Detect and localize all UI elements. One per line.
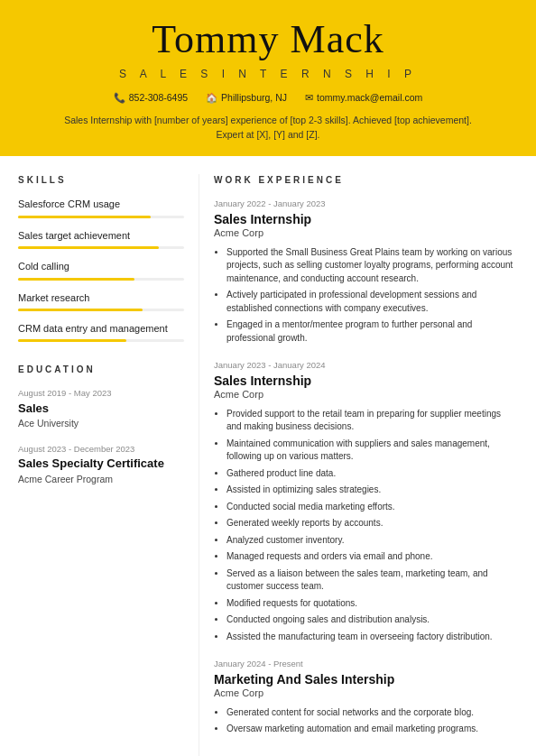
work-bullet: Assisted in optimizing sales strategies. <box>226 484 518 497</box>
work-date: January 2024 - Present <box>214 658 518 669</box>
header-section: Tommy Mack S a l e s I n t e r n s h i p… <box>0 0 536 156</box>
work-item: January 2022 - January 2023 Sales Intern… <box>214 198 518 345</box>
work-item: January 2023 - January 2024 Sales Intern… <box>214 359 518 643</box>
work-company: Acme Corp <box>214 226 518 240</box>
work-bullets-list: Provided support to the retail team in p… <box>214 408 518 644</box>
skill-item: Sales target achievement <box>18 229 184 249</box>
work-bullet: Assisted the manufacturing team in overs… <box>226 631 518 644</box>
candidate-name: Tommy Mack <box>27 18 509 61</box>
skill-item: Cold calling <box>18 260 184 280</box>
location-text: Phillipsburg, NJ <box>221 91 287 105</box>
skill-name: Salesforce CRM usage <box>18 198 184 211</box>
work-list: January 2022 - January 2023 Sales Intern… <box>214 198 518 735</box>
work-bullet: Actively participated in professional de… <box>226 289 518 315</box>
work-company: Acme Corp <box>214 388 518 401</box>
contact-info: 📞 852-308-6495 🏠 Phillipsburg, NJ ✉ tomm… <box>27 91 509 105</box>
skill-name: CRM data entry and management <box>18 322 184 336</box>
phone-number: 852-308-6495 <box>129 91 188 105</box>
work-bullets-list: Supported the Small Business Great Plain… <box>214 246 518 346</box>
skill-name: Cold calling <box>18 260 184 273</box>
edu-degree: Sales <box>18 401 184 416</box>
work-bullet: Engaged in a mentor/mentee program to fu… <box>226 318 518 345</box>
skill-bar-background <box>18 278 184 281</box>
right-column: WORK EXPERIENCE January 2022 - January 2… <box>199 174 536 756</box>
work-bullet: Oversaw marketing automation and email m… <box>226 723 518 736</box>
work-bullet: Maintained communication with suppliers … <box>226 438 518 464</box>
work-bullet: Generated content for social networks an… <box>226 706 518 720</box>
work-date: January 2023 - January 2024 <box>214 359 518 371</box>
education-item: August 2019 - May 2023 Sales Ace Univers… <box>18 387 184 430</box>
education-item: August 2023 - December 2023 Sales Specia… <box>18 443 184 486</box>
work-job-title: Sales Internship <box>214 373 518 389</box>
work-job-title: Marketing And Sales Intership <box>214 672 518 687</box>
education-list: August 2019 - May 2023 Sales Ace Univers… <box>18 387 184 485</box>
education-title: EDUCATION <box>18 364 184 376</box>
work-item: January 2024 - Present Marketing And Sal… <box>214 658 518 735</box>
skill-bar-background <box>18 246 184 249</box>
skill-bar-fill <box>18 216 151 218</box>
skills-title: SKILLS <box>18 174 184 187</box>
work-bullet: Served as a liaison between the sales te… <box>226 567 518 594</box>
skill-bar-background <box>18 339 184 342</box>
skill-item: Salesforce CRM usage <box>18 198 184 217</box>
work-bullet: Gathered product line data. <box>226 467 518 481</box>
work-date: January 2022 - January 2023 <box>214 198 518 209</box>
education-section: EDUCATION August 2019 - May 2023 Sales A… <box>18 364 184 485</box>
work-bullet: Conducted social media marketing efforts… <box>226 501 518 514</box>
skill-bar-fill <box>18 339 126 342</box>
email-icon: ✉ <box>305 91 313 105</box>
work-bullet: Provided support to the retail team in p… <box>226 408 518 434</box>
skill-bar-background <box>18 309 184 311</box>
email-text: tommy.mack@email.com <box>317 91 422 105</box>
edu-degree: Sales Specialty Certificate <box>18 456 184 471</box>
work-bullet: Supported the Small Business Great Plain… <box>226 246 518 286</box>
skill-name: Market research <box>18 291 184 305</box>
skill-bar-fill <box>18 278 134 281</box>
skill-item: CRM data entry and management <box>18 322 184 342</box>
phone-info: 📞 852-308-6495 <box>114 91 188 105</box>
skill-name: Sales target achievement <box>18 229 184 243</box>
body-section: SKILLS Salesforce CRM usage Sales target… <box>0 156 536 756</box>
edu-date: August 2023 - December 2023 <box>18 443 184 455</box>
work-job-title: Sales Internship <box>214 212 518 227</box>
skills-list: Salesforce CRM usage Sales target achiev… <box>18 198 184 342</box>
job-title: S a l e s I n t e r n s h i p <box>27 67 509 82</box>
skills-section: SKILLS Salesforce CRM usage Sales target… <box>18 174 184 342</box>
skill-item: Market research <box>18 291 184 311</box>
left-column: SKILLS Salesforce CRM usage Sales target… <box>0 174 199 756</box>
skill-bar-fill <box>18 246 159 249</box>
work-bullets-list: Generated content for social networks an… <box>214 706 518 736</box>
summary-text: Sales Internship with [number of years] … <box>51 114 485 143</box>
edu-school: Acme Career Program <box>18 473 184 486</box>
edu-date: August 2019 - May 2023 <box>18 387 184 399</box>
location-icon: 🏠 <box>206 91 217 105</box>
work-bullet: Modified requests for quotations. <box>226 597 518 611</box>
work-bullet: Managed requests and orders via email an… <box>226 550 518 564</box>
skill-bar-fill <box>18 309 143 311</box>
work-company: Acme Corp <box>214 687 518 700</box>
edu-school: Ace University <box>18 417 184 430</box>
work-title: WORK EXPERIENCE <box>214 174 518 187</box>
phone-icon: 📞 <box>114 91 125 105</box>
skill-bar-background <box>18 216 184 218</box>
resume-container: Tommy Mack S a l e s I n t e r n s h i p… <box>0 0 536 756</box>
work-bullet: Generated weekly reports by accounts. <box>226 517 518 530</box>
work-bullet: Conducted ongoing sales and distribution… <box>226 613 518 627</box>
work-bullet: Analyzed customer inventory. <box>226 534 518 548</box>
location-info: 🏠 Phillipsburg, NJ <box>206 91 287 105</box>
email-info: ✉ tommy.mack@email.com <box>305 91 422 105</box>
